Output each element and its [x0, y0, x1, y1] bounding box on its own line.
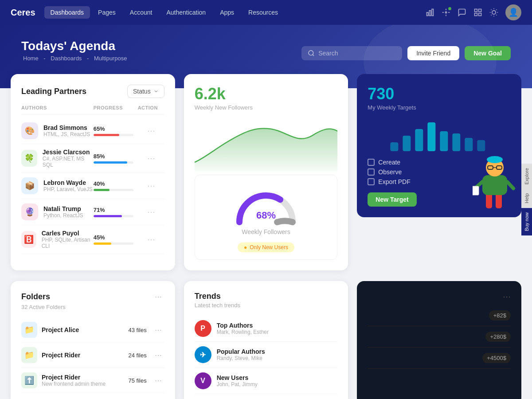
- svg-line-42: [507, 182, 513, 188]
- folder-files: 24 files: [128, 352, 146, 359]
- progress-col: 71%: [94, 207, 138, 217]
- invite-friend-button[interactable]: Invite Friend: [407, 46, 459, 60]
- author-avatar: 📦: [21, 177, 38, 194]
- progress-col: 40%: [94, 180, 138, 191]
- chat-icon[interactable]: [458, 8, 466, 17]
- new-goal-button[interactable]: New Goal: [465, 46, 511, 60]
- explore-label[interactable]: Explore: [521, 164, 532, 189]
- folders-title: Folders: [21, 292, 50, 301]
- progress-bar-fill: [94, 134, 120, 136]
- sun-icon[interactable]: [489, 8, 498, 17]
- svg-point-12: [492, 11, 496, 14]
- svg-rect-0: [427, 12, 428, 16]
- right-column: 730 My Weekly Targets Cereate Observe: [357, 74, 521, 270]
- nav-link-dashboards[interactable]: Dashboards: [44, 6, 90, 19]
- help-label[interactable]: Help: [521, 189, 532, 208]
- action-dots-button[interactable]: ⋯: [138, 126, 164, 136]
- search-input[interactable]: [318, 50, 396, 57]
- list-item: 📁 Project Alice 43 files ⋯: [21, 317, 164, 343]
- progress-bar-fill: [94, 215, 122, 217]
- dark-value: +4500$: [482, 353, 511, 363]
- breadcrumb-dashboards[interactable]: Dashboards: [51, 55, 82, 62]
- folder-dots-button[interactable]: ⋯: [152, 350, 164, 360]
- table-row: 🅱️ Carles Puyol PHP, SQLite, Artisan CLI…: [21, 225, 164, 254]
- svg-rect-10: [475, 13, 477, 16]
- bar-chart-icon[interactable]: [426, 8, 434, 17]
- folder-files: 43 files: [128, 327, 146, 333]
- list-item: 📁 Project Rider 24 files ⋯: [21, 343, 164, 368]
- sparkle-icon[interactable]: [442, 8, 450, 17]
- action-dots-button[interactable]: ⋯: [138, 153, 164, 163]
- author-avatar: 🎨: [21, 122, 38, 139]
- target-option-label: Export PDF: [378, 178, 410, 185]
- trends-header: Trends Latest tech trends: [195, 292, 338, 309]
- svg-rect-30: [465, 138, 473, 151]
- action-dots-button[interactable]: ⋯: [138, 181, 164, 191]
- search-icon: [308, 50, 315, 57]
- target-option-icon: [368, 168, 375, 176]
- grid-icon[interactable]: [473, 8, 482, 17]
- action-dots-button[interactable]: ⋯: [138, 207, 164, 217]
- trend-sub: Mark, Rowling, Esther: [217, 329, 269, 335]
- folders-header: Folders ⋯: [21, 292, 164, 302]
- breadcrumb-home[interactable]: Home: [23, 55, 39, 62]
- svg-rect-26: [415, 129, 423, 151]
- progress-bar-bg: [94, 161, 133, 164]
- svg-line-20: [496, 10, 497, 10]
- brand-logo: Ceres: [11, 8, 35, 18]
- target-card: 730 My Weekly Targets Cereate Observe: [357, 74, 521, 217]
- svg-line-19: [491, 15, 492, 15]
- svg-rect-8: [475, 9, 477, 12]
- gauge-container: 68% Weekly Followers ● Only New Users: [195, 175, 338, 260]
- nav-links: DashboardsPagesAccountAuthenticationApps…: [44, 6, 426, 19]
- author-tech: C#, ASP.NET, MS SQL: [43, 156, 94, 168]
- svg-rect-34: [482, 175, 507, 195]
- author-info: 🎨 Brad Simmons HTML, JS, ReactJS: [21, 122, 94, 139]
- author-avatar: 🅱️: [21, 231, 36, 248]
- folder-dots-button[interactable]: ⋯: [152, 376, 164, 386]
- authors-list: 🎨 Brad Simmons HTML, JS, ReactJS 65% ⋯ 🍀…: [21, 118, 164, 254]
- table-row: 🎨 Brad Simmons HTML, JS, ReactJS 65% ⋯: [21, 118, 164, 144]
- side-labels: Explore Help Buy now: [521, 164, 532, 235]
- trend-name: Top Authors: [217, 322, 269, 329]
- nav-link-apps[interactable]: Apps: [214, 6, 240, 19]
- nav-link-resources[interactable]: Resources: [242, 6, 284, 19]
- folder-icon: 📁: [21, 322, 37, 338]
- only-users-badge: ● Only New Users: [202, 239, 330, 252]
- nav-link-account[interactable]: Account: [124, 6, 159, 19]
- user-avatar[interactable]: 👤: [505, 4, 521, 20]
- author-name: Brad Simmons: [43, 124, 90, 131]
- gauge-svg-wrapper: 68%: [202, 182, 330, 227]
- svg-point-21: [309, 51, 313, 55]
- trends-list: P Top Authors Mark, Rowling, Esther ✈ Po…: [195, 316, 338, 394]
- leading-partners-card: Leading Partners Status Authors Progress…: [11, 74, 175, 270]
- main-content: Leading Partners Status Authors Progress…: [0, 74, 532, 281]
- folder-dots-button[interactable]: ⋯: [152, 325, 164, 335]
- folders-subtitle: 32 Active Folders: [21, 304, 164, 310]
- author-info: 🍀 Jessie Clarcson C#, ASP.NET, MS SQL: [21, 149, 94, 168]
- nav-link-pages[interactable]: Pages: [92, 6, 122, 19]
- folders-dots-button[interactable]: ⋯: [152, 292, 164, 302]
- svg-line-16: [496, 15, 497, 15]
- status-select[interactable]: Status: [127, 85, 164, 98]
- progress-col: 85%: [94, 153, 138, 164]
- dark-row: +82$: [368, 305, 511, 326]
- nav-link-authentication[interactable]: Authentication: [160, 6, 212, 19]
- progress-bar-fill: [94, 243, 112, 245]
- search-box[interactable]: [301, 46, 402, 60]
- folders-list: 📁 Project Alice 43 files ⋯ 📁 Project Rid…: [21, 317, 164, 393]
- svg-point-36: [487, 156, 503, 163]
- svg-rect-1: [429, 11, 430, 16]
- author-info: 📦 Lebron Wayde PHP, Laravel, VueJS: [21, 177, 94, 194]
- author-avatar: 🔮: [21, 203, 38, 220]
- character-illustration: [473, 151, 521, 217]
- trend-sub: John, Pat, Jimmy: [217, 381, 258, 387]
- svg-rect-28: [440, 131, 448, 151]
- author-name: Jessie Clarcson: [43, 149, 94, 156]
- new-target-button[interactable]: New Target: [368, 192, 416, 207]
- action-dots-button[interactable]: ⋯: [138, 235, 164, 244]
- buy-now-label[interactable]: Buy now: [521, 208, 532, 235]
- folder-name: Project Rider: [42, 352, 80, 359]
- svg-rect-33: [496, 193, 502, 208]
- followers-label: Weekly New Followers: [195, 104, 338, 111]
